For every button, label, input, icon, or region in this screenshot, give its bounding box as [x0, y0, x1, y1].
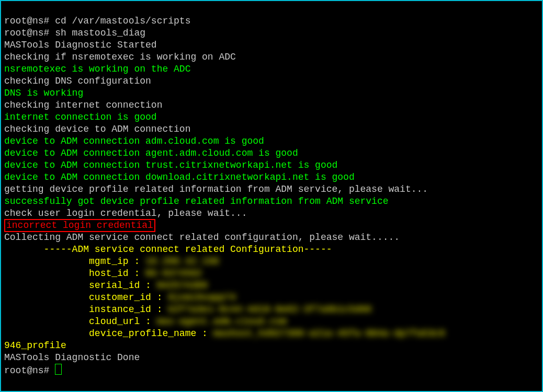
- cursor-icon: [55, 364, 62, 375]
- output-ok-adm3: device to ADM connection trust.citrixnet…: [4, 160, 337, 170]
- output-check-adm: checking device to ADM connection: [4, 124, 190, 134]
- label-cloud-url: cloud_url :: [4, 316, 157, 327]
- output-ok-profile: successfully got device profile related …: [4, 196, 389, 206]
- value-host-id: NS-9374562: [145, 268, 202, 279]
- output-check-dns: checking DNS configuration: [4, 76, 151, 86]
- output-collecting: Collecting ADM service connect related c…: [4, 232, 400, 243]
- output-ok-nsremote: nsremotexec is working on the ADC: [4, 64, 190, 74]
- output-error-login: incorrect login credential: [6, 220, 153, 230]
- value-customer-id: 8jxmi9sapp74: [168, 292, 236, 303]
- label-host-id: host_id :: [4, 268, 145, 279]
- output-get-profile: getting device profile related informati…: [4, 184, 428, 194]
- output-check-internet: checking internet connection: [4, 100, 162, 110]
- command-cd: cd /var/mastools/scripts: [55, 16, 190, 26]
- output-ok-dns: DNS is working: [4, 88, 83, 98]
- config-header: -----ADM service connect related Configu…: [4, 244, 332, 255]
- label-instance-id: instance_id :: [4, 304, 168, 315]
- label-serial-id: serial_id :: [4, 280, 157, 291]
- command-run: sh mastools_diag: [55, 28, 145, 38]
- value-mgmt-ip: 10.200.42.198: [145, 256, 219, 267]
- terminal-window[interactable]: root@ns# cd /var/mastools/scripts root@n…: [0, 0, 543, 392]
- output-ok-adm2: device to ADM connection agent.adm.cloud…: [4, 148, 298, 158]
- value-serial-id: N4257A389: [157, 280, 208, 291]
- value-cloud-url: mas-agent.adm.cloud.com: [157, 316, 287, 327]
- prompt: root@ns#: [4, 16, 55, 26]
- output-started: MASTools Diagnostic Started: [4, 40, 157, 50]
- value-instance-id: b2f7a3e1-9c44-4d18-8e02-3f7a9b1c5d60: [168, 304, 371, 315]
- profile-tail: 946_profile: [4, 340, 66, 351]
- prompt: root@ns#: [4, 365, 55, 376]
- value-device-profile-name: mashost_hd927300-a21a-45fa-884a-dp7fa53c…: [213, 328, 445, 339]
- error-highlight-box: incorrect login credential: [4, 219, 155, 232]
- label-customer-id: customer_id :: [4, 292, 168, 303]
- label-mgmt-ip: mgmt_ip :: [4, 256, 145, 267]
- output-done: MASTools Diagnostic Done: [4, 352, 140, 363]
- output-ok-internet: internet connection is good: [4, 112, 157, 122]
- output-ok-adm1: device to ADM connection adm.cloud.com i…: [4, 136, 264, 146]
- output-check-login: check user login credential, please wait…: [4, 208, 247, 218]
- output-ok-adm4: device to ADM connection download.citrix…: [4, 172, 355, 182]
- output-check-nsremote: checking if nsremotexec is working on AD…: [4, 52, 236, 62]
- prompt: root@ns#: [4, 28, 55, 38]
- label-device-profile-name: device_profile_name :: [4, 328, 213, 339]
